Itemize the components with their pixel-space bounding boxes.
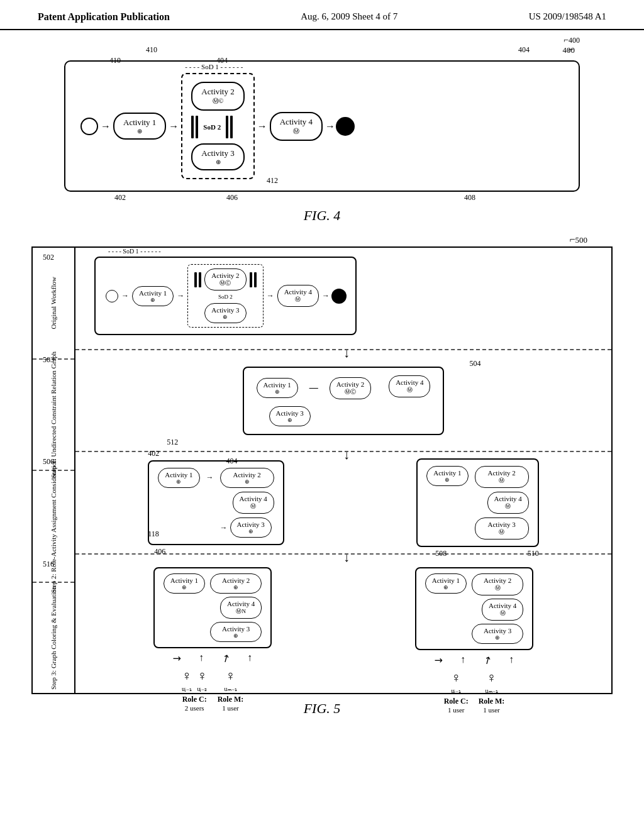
orig-flow: → Activity 1 ⊕ → Ac <box>106 264 345 328</box>
person-uc1: ♀ uⱼ₋₁ <box>182 668 192 692</box>
fig5-outer: Original Workflow Step 1: Undirected Con… <box>31 246 613 694</box>
constraint-graph-box: 504 Activity 1 ⊕ — Activity 2 ⓂⒸ <box>243 367 445 435</box>
sod-middle-row: SoD 2 <box>191 116 244 138</box>
patent-header: Patent Application Publication Aug. 6, 2… <box>0 0 644 30</box>
cg-a4: Activity 4 Ⓜ <box>389 375 430 397</box>
step2-left: 402 512 Activity 1 ⊕ → <box>148 460 284 545</box>
person-um1-right: ♀ uₘ₋₁ <box>486 670 498 694</box>
fig4-section: 400 ⌐ 410 404 ⌐400 —410 —404 <box>31 45 613 224</box>
orig-a3: Activity 3 ⊕ <box>204 303 246 323</box>
activity4-node: Activity 4 Ⓜ <box>270 112 323 141</box>
arrow-4: → <box>325 121 335 132</box>
orig-arr1: → <box>121 291 129 301</box>
activity3-icon: ⊕ <box>216 158 221 165</box>
cg-right-col: Activity 4 Ⓜ <box>389 375 430 401</box>
original-workflow-box: - - - - SoD 1 - - - - - - → Activity 1 ⊕… <box>94 257 357 335</box>
orig-sod2-top: Activity 2 ⓂⒸ <box>194 268 256 290</box>
s3r-persons: ♀ uⱼ₋₁ Role C: 1 user <box>444 670 505 714</box>
fig5-row-step1: 503 504 Activity 1 ⊕ — <box>75 350 611 453</box>
ref-504-label: 504 <box>469 359 480 368</box>
s3r-arrows: ↗ ↑ ↗ ↑ <box>435 654 514 666</box>
fig5-row-step2: 506 402 512 Activity 1 ⊕ <box>75 452 611 555</box>
ref-500: 500 <box>575 235 588 245</box>
ref-402-bottom: 402 <box>114 193 126 202</box>
s2r-right: Activity 2 Ⓜ Activity 4 Ⓜ Ac <box>475 466 529 540</box>
parallel-bars-exit <box>226 116 233 138</box>
s3r-a3: Activity 3 ⊕ <box>472 624 523 644</box>
activity1-node: Activity 1 ⊕ <box>113 113 166 140</box>
orig-arr3: → <box>267 291 274 301</box>
s3l-a2: Activity 2 ⊕ <box>210 573 262 594</box>
s3r-a1: Activity 1 ⊕ <box>425 573 467 594</box>
ref-503-label: 503 <box>43 355 54 365</box>
orig-arr4: → <box>322 291 330 301</box>
patent-number: US 2009/198548 A1 <box>529 11 606 22</box>
s3l-arrows: ↗ ↑ ↗ ↑ <box>173 652 252 664</box>
ref-412: 412 <box>267 176 278 185</box>
ref-506-label: 506 <box>43 457 54 467</box>
step-cell-original: Original Workflow <box>33 248 74 360</box>
s2r-a4: Activity 4 Ⓜ <box>487 492 529 514</box>
patent-title: Patent Application Publication <box>38 11 170 23</box>
s3r-role-m-users: 1 user <box>483 706 500 714</box>
parallel-bars-entry <box>191 116 198 138</box>
end-circle <box>338 119 353 134</box>
s3l-flow: Activity 1 ⊕ Activity 2 ⊕ <box>164 573 262 642</box>
step3-left: Activity 1 ⊕ Activity 2 ⊕ <box>153 567 272 712</box>
step2-right-flow: Activity 1 ⊕ Activity 2 Ⓜ <box>426 466 529 540</box>
s2l-a4: Activity 4 Ⓜ <box>233 492 274 514</box>
step3-label: Step 3: Graph Coloring & Evaluation <box>49 586 58 690</box>
s3l-persons: ♀ uⱼ₋₁ ♀ uⱼ₋₂ Role C: <box>182 668 244 712</box>
sod-dashed-box: - - - - SoD 1 - - - - - - Activity 2 Ⓜ© <box>181 73 254 179</box>
person-uc2: ♀ uⱼ₋₂ <box>197 668 208 692</box>
person-um1-left: ♀ uₘ₋₁ <box>225 668 237 692</box>
s3l-a1: Activity 1 ⊕ <box>164 573 205 594</box>
ref-118-label: 118 <box>148 529 159 539</box>
orig-arr2: → <box>177 291 184 301</box>
s2l-a1: Activity 1 ⊕ <box>158 468 199 488</box>
activity1-icon: ⊕ <box>137 128 142 135</box>
orig-start <box>106 290 118 302</box>
fig5-section: ⌐500 Original Workflow Step 1: Undirecte… <box>31 234 613 717</box>
s3r-role-m-label: Role M: <box>479 697 505 706</box>
ref-402-s2: 402 <box>148 449 159 458</box>
fig5-left-steps: Original Workflow Step 1: Undirected Con… <box>33 248 75 693</box>
ref-500-container: ⌐500 <box>31 234 613 245</box>
s2l-right: 404 Activity 2 ⊕ Activity 4 Ⓜ <box>220 468 274 538</box>
s3r-role-c-users: 1 user <box>448 706 465 714</box>
sod1-top-label: - - - - SoD 1 - - - - - - <box>185 63 243 70</box>
s2r-a3: Activity 3 Ⓜ <box>475 517 529 540</box>
activity2-icon-c: © <box>219 97 224 104</box>
ref-404-s2: 404 <box>226 456 238 466</box>
orig-a4: Activity 4 Ⓜ <box>277 285 319 307</box>
fig4-flow: → Activity 1 ⊕ → - - - - SoD 1 - - - - -… <box>80 73 564 179</box>
s3l-right-col: Activity 2 ⊕ Activity 4 ⓂN A <box>210 573 262 642</box>
arrow-3: → <box>257 121 267 132</box>
orig-sod2-box: Activity 2 ⓂⒸ SoD 2 Activity 3 ⊕ <box>187 264 263 328</box>
activity3-node: Activity 3 ⊕ <box>191 143 244 170</box>
sod1-orig: - - - - SoD 1 - - - - - - <box>108 248 161 255</box>
s3r-a2: Activity 2 Ⓜ <box>472 573 523 595</box>
activity2-icon-m: Ⓜ <box>213 97 219 104</box>
s3l-role-m-group: ♀ uₘ₋₁ Role M: 1 user <box>218 668 244 712</box>
s3r-role-c-group: ♀ uⱼ₋₁ Role C: 1 user <box>444 670 469 714</box>
cg-a3-row: Activity 3 ⊕ <box>269 406 431 426</box>
s3l-role-c-label: Role C: <box>182 695 207 704</box>
ref-406-bottom: 406 <box>226 193 238 202</box>
cg-a3: Activity 3 ⊕ <box>269 406 311 426</box>
s2l-a3: Activity 3 ⊕ <box>230 517 272 538</box>
orig-a1: Activity 1 ⊕ <box>132 286 174 306</box>
s3l-role-c-users: 2 users <box>185 704 204 712</box>
cg-line: — <box>309 383 318 393</box>
arrow-2: → <box>169 121 179 132</box>
activity4-icon: Ⓜ <box>293 127 299 136</box>
s3r-a4: Activity 4 Ⓜ <box>482 599 523 621</box>
step-cell-3: Step 3: Graph Coloring & Evaluation <box>33 583 74 694</box>
fig5-row-step3: 516 Activity 1 ⊕ <box>75 555 611 693</box>
step3-content: Activity 1 ⊕ Activity 2 ⊕ <box>82 561 605 714</box>
ref-400-label: ⌐400 <box>564 35 580 45</box>
step2-left-box: Activity 1 ⊕ → 404 Activity 2 ⊕ <box>148 460 284 545</box>
sod2-orig-label: SoD 2 <box>194 294 256 300</box>
ref-408-bottom: 408 <box>464 193 475 202</box>
step1-content: 504 Activity 1 ⊕ — Activity 2 ⓂⒸ <box>82 357 605 445</box>
